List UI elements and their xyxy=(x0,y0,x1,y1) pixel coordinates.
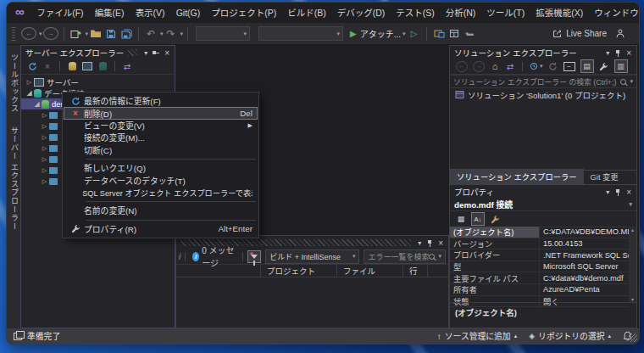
add-to-source-control-button[interactable]: ↑ ソース管理に追加 ▴ xyxy=(437,330,517,342)
redo-button[interactable]: ↷ xyxy=(164,25,178,42)
property-name[interactable]: 主要ファイル パス xyxy=(450,272,540,283)
switch-views-icon[interactable]: ⇄ xyxy=(505,60,515,72)
scroll-down-icon[interactable]: ▾ xyxy=(631,296,634,302)
menu-item-new-query[interactable]: 新しいクエリ(Q) xyxy=(64,162,258,174)
tab-solution-explorer[interactable]: ソリューション エクスプローラー xyxy=(450,169,584,185)
connect-to-datasource-button[interactable] xyxy=(97,60,108,72)
wrench-icon-button[interactable] xyxy=(599,60,609,72)
sync-with-active-document-icon[interactable] xyxy=(548,60,558,72)
solution-explorer-toolbar-button[interactable] xyxy=(432,25,446,42)
menu-item-modify-connection[interactable]: 接続の変更(M)... xyxy=(64,132,258,143)
forward-button[interactable]: → xyxy=(473,61,485,72)
collapsed-arrow-icon[interactable]: ▷ xyxy=(41,156,48,163)
save-all-button[interactable] xyxy=(119,25,133,42)
column-separator[interactable] xyxy=(336,265,337,277)
close-panel-icon[interactable]: × xyxy=(162,48,172,58)
property-name[interactable]: (オブジェクト名) xyxy=(450,227,540,238)
vertical-tab-server-explorer[interactable]: サーバー エクスプローラー xyxy=(9,121,20,237)
menu-debug[interactable]: デバッグ(D) xyxy=(331,3,391,23)
menu-item-rename[interactable]: 名前の変更(N) xyxy=(64,205,258,216)
menu-extensions[interactable]: 拡張機能(X) xyxy=(530,3,589,23)
tab-git-changes[interactable]: Git 変更 xyxy=(584,169,625,185)
expanded-arrow-icon[interactable]: ◢ xyxy=(25,89,33,97)
menu-analyze[interactable]: 分析(N) xyxy=(440,3,481,23)
auto-hide-pin-icon[interactable] xyxy=(613,49,622,57)
window-position-dropdown-icon[interactable]: ▾ xyxy=(415,239,424,247)
categorized-view-icon[interactable]: ▦ xyxy=(456,213,466,225)
window-position-dropdown-icon[interactable]: ▾ xyxy=(142,49,150,57)
background-tasks-icon[interactable] xyxy=(14,333,22,340)
tree-item-servers[interactable]: ▷ サーバー xyxy=(21,76,175,87)
auto-hide-pin-icon[interactable] xyxy=(152,49,160,57)
solution-explorer-search-box[interactable]: ソリューション エクスプローラー の検索 (Ctrl+;) ▾ xyxy=(450,75,636,88)
property-value[interactable]: .NET Framework SQL Server 用 xyxy=(540,249,629,261)
collapsed-arrow-icon[interactable]: ▷ xyxy=(41,123,48,130)
filter-button[interactable] xyxy=(247,250,261,263)
navigate-back-dropdown-icon[interactable]: ▾ xyxy=(39,31,42,37)
properties-object-selector[interactable]: demo.mdf 接続 ▾ xyxy=(450,198,636,211)
menu-item-disconnect[interactable]: 切断(C) xyxy=(64,144,258,156)
menu-item-properties[interactable]: プロパティ(R) Alt+Enter xyxy=(64,223,258,235)
menu-file[interactable]: ファイル(F) xyxy=(31,3,89,23)
attach-dropdown-icon[interactable]: ▾ xyxy=(402,31,406,37)
column-header-file[interactable]: ファイル xyxy=(343,265,375,277)
vertical-tab-toolbox[interactable]: ツールボックス xyxy=(9,48,20,118)
collapsed-arrow-icon[interactable]: ▷ xyxy=(25,79,33,86)
resize-grip[interactable] xyxy=(629,333,637,342)
collapsed-arrow-icon[interactable]: ▷ xyxy=(41,167,48,174)
solution-root-item[interactable]: ソリューション 'Solution1' (0 プロジェクト) xyxy=(450,88,636,101)
menu-item-delete[interactable]: × 削除(D) Del xyxy=(64,107,258,119)
attach-button[interactable]: ▶ アタッチ... ▾ xyxy=(350,27,406,40)
column-separator[interactable] xyxy=(427,265,428,277)
undo-dropdown-icon[interactable]: ▾ xyxy=(160,31,164,37)
back-button[interactable]: ← xyxy=(456,61,468,72)
menu-tools[interactable]: ツール(T) xyxy=(481,3,530,23)
build-intellisense-combobox[interactable]: ビルド + IntelliSense ▾ xyxy=(265,249,359,264)
undo-button[interactable]: ↶ xyxy=(144,25,158,42)
column-header-line[interactable]: 行 xyxy=(409,265,418,277)
visual-studio-logo-icon[interactable]: ∞ xyxy=(7,3,31,22)
property-value[interactable]: Microsoft SQL Server xyxy=(540,261,629,272)
refresh-button[interactable] xyxy=(27,60,37,72)
sharepoint-connection-icon[interactable]: ⇄ xyxy=(122,60,132,72)
show-all-files-button[interactable]: ▤ xyxy=(580,59,594,73)
collapsed-arrow-icon[interactable]: ▷ xyxy=(41,178,48,185)
close-panel-icon[interactable]: × xyxy=(436,238,446,248)
connect-to-database-button[interactable] xyxy=(67,60,77,72)
menu-window[interactable]: ウィンドウ(W) xyxy=(589,3,640,23)
menu-item-change-view[interactable]: ビューの変更(V) ▶ xyxy=(64,120,258,132)
menu-item-refresh[interactable]: 最新の情報に更新(F) xyxy=(64,95,258,107)
home-icon[interactable]: ⌂ xyxy=(490,60,500,72)
properties-window-toolbar-button[interactable] xyxy=(447,25,461,42)
column-header-project[interactable]: プロジェクト xyxy=(267,265,315,277)
property-value[interactable]: AzureAD¥Penta xyxy=(540,284,629,295)
properties-title-bar[interactable]: プロパティ ▾ × xyxy=(450,185,636,198)
close-panel-icon[interactable]: × xyxy=(624,48,634,58)
menu-item-browse-in-sql-server-object-explorer[interactable]: SQL Server オブジェクト エクスプローラーで表示(B) xyxy=(64,187,258,199)
menu-project[interactable]: プロジェクト(P) xyxy=(206,3,282,23)
column-separator[interactable] xyxy=(260,265,261,277)
error-list-search-box[interactable]: エラー一覧を検索 ▾ xyxy=(364,249,446,264)
menu-build[interactable]: ビルド(B) xyxy=(282,3,332,23)
property-name[interactable]: バージョン xyxy=(450,238,540,249)
menu-edit[interactable]: 編集(E) xyxy=(89,3,130,23)
collapsed-arrow-icon[interactable]: ▷ xyxy=(41,134,48,141)
navigate-forward-button[interactable]: → xyxy=(43,27,58,40)
property-value[interactable]: 15.00.4153 xyxy=(540,238,629,249)
property-name[interactable]: 型 xyxy=(450,261,540,272)
platform-combobox[interactable]: ▾ xyxy=(258,26,343,41)
property-value[interactable]: C:¥DATA¥DB¥DEMO.MDF xyxy=(540,227,629,238)
live-share-button[interactable]: Live Share xyxy=(552,29,607,38)
close-panel-icon[interactable]: × xyxy=(624,188,634,197)
solution-explorer-title-bar[interactable]: ソリューション エクスプローラー ▾ × xyxy=(450,46,636,59)
connect-to-server-button[interactable] xyxy=(82,60,92,72)
menu-item-detach-database[interactable]: データベースのデタッチ(T) xyxy=(64,174,258,186)
collapse-all-icon[interactable]: − xyxy=(564,62,575,71)
start-without-debugging-button[interactable]: ▷ xyxy=(411,29,418,38)
navigate-back-button[interactable]: ← xyxy=(21,27,36,40)
property-value[interactable]: C:¥data¥db¥demo.mdf xyxy=(540,272,629,283)
property-name[interactable]: プロバイダー xyxy=(450,249,540,261)
toolbar-grip[interactable] xyxy=(12,27,15,41)
pending-changes-filter-button[interactable]: ▾ xyxy=(530,60,543,72)
stop-refresh-icon[interactable]: × xyxy=(42,60,53,72)
